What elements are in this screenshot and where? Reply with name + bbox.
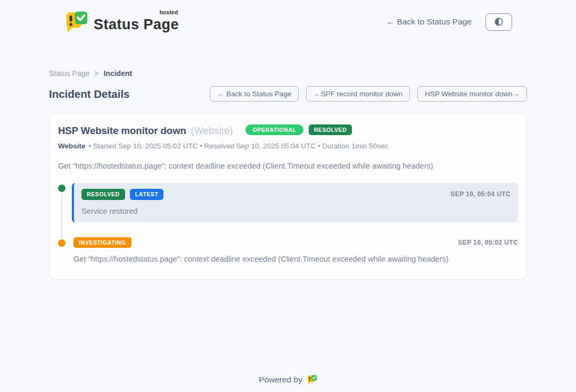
theme-toggle-button[interactable]: [486, 13, 512, 31]
timeline-entry-header: INVESTIGATING SEP 10, 05:02 UTC: [73, 237, 518, 248]
incident-nav-buttons: ← Back to Status Page ←SPF record monito…: [210, 86, 527, 102]
back-to-status-page-button[interactable]: ← Back to Status Page: [210, 86, 299, 102]
powered-by-label: Powered by: [259, 375, 302, 385]
logo-text: Status Page: [94, 16, 179, 32]
timeline-entry-resolved: RESOLVED LATEST SEP 10, 05:04 UTC Servic…: [58, 183, 518, 222]
main-content: Status Page > Incident Incident Details …: [49, 69, 527, 280]
timeline-entry-card: RESOLVED LATEST SEP 10, 05:04 UTC Servic…: [72, 183, 518, 222]
resolved-status-badge: RESOLVED: [309, 124, 352, 136]
powered-by-link[interactable]: Powered by: [259, 374, 317, 385]
timeline-latest-badge: LATEST: [130, 189, 164, 200]
incident-meta-details: • Started Sep 10, 2025 05:02 UTC • Resol…: [88, 142, 388, 150]
timeline-investigating-badge: INVESTIGATING: [73, 237, 131, 248]
incident-meta: Website • Started Sep 10, 2025 05:02 UTC…: [58, 142, 518, 150]
status-page-logo-icon: [64, 10, 88, 34]
header: hosted Status Page ← Back to Status Page: [0, 0, 576, 41]
contrast-half-circle-icon: [494, 17, 504, 27]
status-page-logo[interactable]: hosted Status Page: [64, 10, 179, 34]
incident-meta-component: Website: [58, 142, 86, 150]
incident-component-label: (Website): [191, 125, 233, 136]
page-title: Incident Details: [49, 88, 130, 101]
timeline-dot-resolved-icon: [58, 185, 65, 192]
operational-status-badge: OPERATIONAL: [245, 124, 303, 136]
timeline-entry-investigating: INVESTIGATING SEP 10, 05:02 UTC Get "htt…: [58, 237, 518, 264]
timeline-entry-message: Get "https://hostedstatus.page": context…: [73, 255, 518, 263]
timeline-entry-message: Service restored: [81, 207, 511, 215]
timeline-entry-timestamp: SEP 10, 05:04 UTC: [450, 190, 511, 198]
footer: Powered by © 2025-10-08 14:10:34.772084 …: [0, 374, 576, 392]
timeline-resolved-badge: RESOLVED: [81, 189, 125, 200]
timeline-entry-card: INVESTIGATING SEP 10, 05:02 UTC Get "htt…: [72, 237, 518, 264]
back-to-status-page-link[interactable]: ← Back to Status Page: [386, 17, 472, 27]
incident-timeline: RESOLVED LATEST SEP 10, 05:04 UTC Servic…: [58, 183, 518, 263]
incident-description: Get "https://hostedstatus.page": context…: [58, 162, 518, 170]
incident-card: HSP Website monitor down (Website) OPERA…: [49, 113, 527, 280]
title-row: Incident Details ← Back to Status Page ←…: [49, 86, 527, 102]
timeline-entry-header: RESOLVED LATEST SEP 10, 05:04 UTC: [81, 189, 511, 200]
breadcrumb: Status Page > Incident: [49, 69, 527, 78]
breadcrumb-separator: >: [94, 69, 98, 78]
breadcrumb-status-page[interactable]: Status Page: [49, 69, 89, 78]
timeline-entry-timestamp: SEP 10, 05:02 UTC: [458, 239, 518, 246]
incident-title: HSP Website monitor down: [58, 125, 186, 136]
previous-incident-button[interactable]: ←SPF record monitor down: [306, 86, 410, 102]
timeline-dot-investigating-icon: [58, 239, 65, 247]
incident-card-header: HSP Website monitor down (Website) OPERA…: [58, 122, 518, 137]
incident-heading: HSP Website monitor down (Website): [58, 122, 233, 137]
next-incident-button[interactable]: HSP Website monitor down→: [417, 86, 527, 102]
logo-hosted-label: hosted: [160, 9, 178, 15]
status-page-small-logo-icon: [307, 374, 317, 385]
breadcrumb-incident: Incident: [103, 69, 132, 78]
